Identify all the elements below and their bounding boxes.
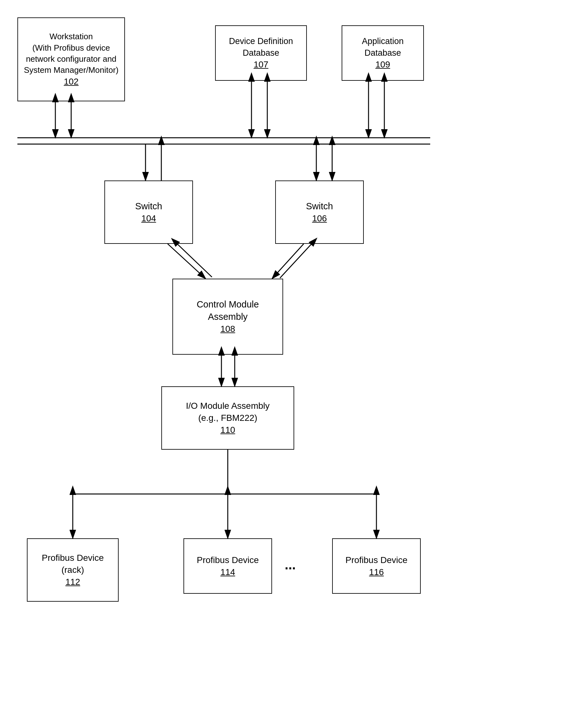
control-module-label: Control ModuleAssembly — [197, 298, 259, 323]
device-def-db-num: 107 — [254, 58, 269, 71]
io-module-label: I/O Module Assembly(e.g., FBM222) — [186, 400, 270, 424]
io-module-box: I/O Module Assembly(e.g., FBM222) 110 — [161, 386, 294, 450]
profibus112-label: Profibus Device(rack) — [42, 552, 104, 576]
arrows-svg — [0, 0, 583, 728]
device-def-db-box: Device DefinitionDatabase 107 — [215, 25, 307, 81]
profibus114-label: Profibus Device — [197, 554, 259, 566]
app-db-num: 109 — [376, 58, 390, 71]
switch104-num: 104 — [141, 212, 156, 225]
workstation-num: 102 — [64, 76, 79, 88]
device-def-db-label: Device DefinitionDatabase — [229, 35, 293, 58]
switch106-num: 106 — [312, 212, 327, 225]
app-db-box: ApplicationDatabase 109 — [342, 25, 424, 81]
profibus114-num: 114 — [221, 566, 235, 578]
svg-line-17 — [280, 244, 312, 278]
diagram: Workstation(With Profibus devicenetwork … — [0, 0, 583, 728]
switch106-box: Switch 106 — [275, 181, 364, 244]
workstation-label: Workstation(With Profibus devicenetwork … — [24, 31, 118, 75]
profibus112-box: Profibus Device(rack) 112 — [27, 538, 119, 602]
switch104-box: Switch 104 — [104, 181, 193, 244]
svg-line-16 — [272, 244, 304, 279]
profibus114-box: Profibus Device 114 — [184, 538, 272, 594]
ellipsis: ... — [285, 557, 296, 573]
workstation-box: Workstation(With Profibus devicenetwork … — [18, 18, 125, 101]
profibus116-box: Profibus Device 116 — [332, 538, 421, 594]
app-db-label: ApplicationDatabase — [362, 35, 404, 58]
switch104-label: Switch — [135, 200, 162, 212]
control-module-box: Control ModuleAssembly 108 — [172, 279, 283, 355]
io-module-num: 110 — [221, 424, 235, 436]
profibus116-num: 116 — [369, 566, 384, 578]
switch106-label: Switch — [306, 200, 333, 212]
profibus116-label: Profibus Device — [345, 554, 408, 566]
control-module-num: 108 — [221, 323, 235, 335]
svg-line-15 — [177, 244, 212, 277]
svg-line-14 — [168, 244, 205, 279]
profibus112-num: 112 — [65, 576, 80, 588]
